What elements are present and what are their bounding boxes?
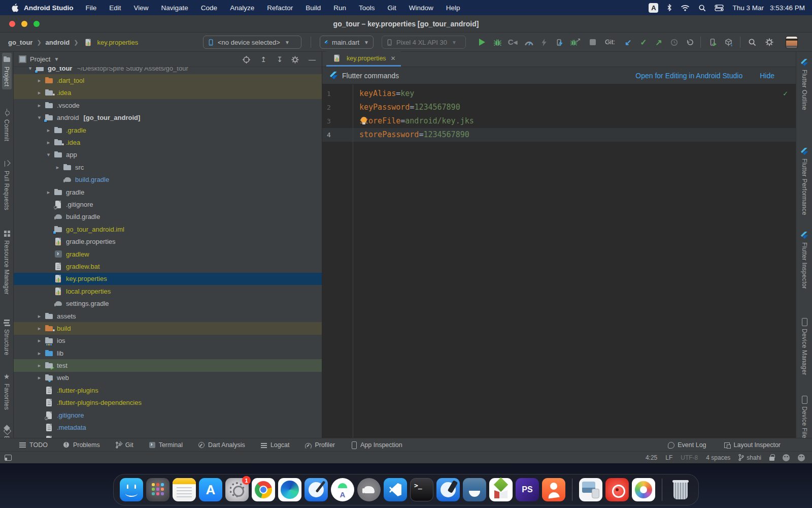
breadcrumb-file[interactable]: key.properties	[83, 39, 139, 46]
lock-icon[interactable]	[769, 457, 774, 461]
close-tab-icon[interactable]: ✕	[391, 55, 396, 62]
androidstudio-dock-icon[interactable]	[331, 478, 354, 501]
breadcrumb-project[interactable]: go_tour	[8, 39, 32, 46]
tree-row-assets[interactable]: ▸assets	[14, 310, 322, 322]
cube-dock-icon[interactable]	[489, 478, 513, 501]
hide-banner-link[interactable]: Hide	[760, 72, 774, 80]
expand-all-button[interactable]: ↥	[259, 55, 268, 64]
git-push-button[interactable]: ↗	[653, 37, 665, 48]
toolwindow-button-event-log[interactable]: Event Log	[667, 441, 706, 449]
photoshop-dock-icon[interactable]	[516, 478, 539, 501]
toolwindow-button-project[interactable]: Project	[2, 53, 12, 89]
menu-item-edit[interactable]: Edit	[109, 4, 121, 12]
launchpad-dock-icon[interactable]	[146, 478, 170, 501]
line-ending[interactable]: LF	[665, 454, 672, 461]
toolwindow-button-git[interactable]: Git	[115, 441, 133, 449]
toolwindow-button-dart-analysis[interactable]: Dart Analysis	[198, 441, 245, 449]
toolwindow-button-device-file-explor[interactable]: Device File Explor	[799, 393, 809, 438]
tab-key-properties[interactable]: key.properties ✕	[326, 51, 401, 67]
preview-dock-icon[interactable]	[579, 478, 602, 501]
tree-row-.flutter-plugins[interactable]: .flutter-plugins	[14, 384, 322, 396]
chevron-right-icon[interactable]: ▸	[35, 362, 44, 369]
tree-row-ios[interactable]: ▸ios	[14, 335, 322, 347]
menu-app-name[interactable]: Android Studio	[24, 4, 73, 12]
tree-row-build.gradle[interactable]: build.gradle	[14, 211, 322, 223]
debug-button[interactable]	[491, 37, 503, 48]
toolwindow-button-logcat[interactable]: Logcat	[260, 441, 290, 449]
git-history-button[interactable]	[668, 37, 680, 48]
hot-reload-button[interactable]	[553, 37, 565, 48]
xcodetools-dock-icon[interactable]	[436, 478, 460, 501]
input-source-indicator[interactable]: A	[649, 3, 658, 13]
toolwindow-button-pull-requests[interactable]: Pull Requests	[2, 157, 12, 213]
toolwindow-button-commit[interactable]: Commit	[2, 106, 12, 144]
tree-row-android[interactable]: ▾android[go_tour_android]	[14, 112, 322, 124]
tree-row-.gitignore[interactable]: .gitignore	[14, 198, 322, 210]
postman-dock-icon[interactable]	[542, 478, 565, 501]
toolwindow-button-app-inspection[interactable]: App Inspection	[350, 441, 402, 449]
terminal-dock-icon[interactable]	[410, 478, 433, 501]
chevron-right-icon[interactable]: ▸	[53, 164, 62, 171]
menu-item-help[interactable]: Help	[446, 4, 460, 12]
toolwindow-toggle-icon[interactable]	[5, 455, 12, 461]
chevron-right-icon[interactable]: ▸	[44, 189, 53, 196]
menu-item-window[interactable]: Window	[409, 4, 433, 12]
tree-row-app[interactable]: ▾app	[14, 149, 322, 161]
tree-row-partial[interactable]	[14, 434, 322, 438]
file-encoding[interactable]: UTF-8	[681, 454, 698, 461]
toolwindow-button-terminal[interactable]: Terminal	[149, 441, 183, 449]
vscode-dock-icon[interactable]	[384, 478, 407, 501]
tree-row-.flutter-plugins-dependencies[interactable]: .flutter-plugins-dependencies	[14, 397, 322, 409]
tree-row-.vscode[interactable]: ▸.vscode	[14, 99, 322, 111]
appstore-dock-icon[interactable]	[199, 478, 222, 501]
tree-row-.gradle[interactable]: ▸.gradle	[14, 124, 322, 136]
photos-dock-icon[interactable]	[632, 478, 655, 501]
toolwindow-button-resource-manager[interactable]: Resource Manager	[2, 227, 12, 298]
intention-bulb-icon[interactable]	[361, 117, 367, 123]
edge-dock-icon[interactable]	[278, 478, 301, 501]
git-update-button[interactable]: ↙	[622, 37, 634, 48]
tree-row-build[interactable]: ▸*build	[14, 322, 322, 334]
photobooth-dock-icon[interactable]	[605, 478, 629, 501]
toolwindow-button-flutter-performance[interactable]: Flutter Performance	[799, 145, 809, 218]
tree-row-build.gradle[interactable]: build.gradle	[14, 174, 322, 186]
menu-item-file[interactable]: File	[85, 4, 96, 12]
hot-restart-button[interactable]: ↗	[569, 37, 582, 48]
chevron-down-icon[interactable]: ▾	[35, 114, 44, 121]
toolwindow-button-todo[interactable]: TODO	[19, 441, 48, 449]
chevron-right-icon[interactable]: ▸	[44, 139, 53, 146]
toolwindow-button-flutter-inspector[interactable]: Flutter Inspector	[799, 229, 809, 292]
chevron-right-icon[interactable]: ▸	[35, 350, 44, 357]
chevron-down-icon[interactable]: ▾	[26, 67, 35, 72]
menu-item-tools[interactable]: Tools	[359, 4, 375, 12]
device-manager-button[interactable]	[706, 37, 719, 48]
breadcrumb-module[interactable]: android	[46, 39, 70, 46]
device-selector-dropdown[interactable]: <no device selected>▼	[203, 36, 301, 49]
tree-row-gradle.properties[interactable]: gradle.properties	[14, 235, 322, 247]
spotlight-search-icon[interactable]	[698, 4, 706, 12]
menu-item-analyze[interactable]: Analyze	[230, 4, 254, 12]
toolwindow-button-device-manager[interactable]: Device Manager	[799, 315, 809, 378]
gradle-dock-icon[interactable]	[357, 478, 381, 501]
chevron-right-icon[interactable]: ▸	[35, 89, 44, 96]
mirror-dock-icon[interactable]	[463, 478, 486, 501]
menu-item-navigate[interactable]: Navigate	[161, 4, 188, 12]
toolwindow-button-profiler[interactable]: Profiler	[304, 441, 335, 449]
tree-row-.metadata[interactable]: .metadata	[14, 421, 322, 433]
hide-panel-button[interactable]: —	[308, 55, 317, 64]
code-line-1[interactable]: 1keyAlias=key	[322, 87, 796, 101]
tree-row-.gitignore[interactable]: .gitignore	[14, 409, 322, 421]
tree-row-.idea[interactable]: ▸*.idea	[14, 136, 322, 148]
stop-button[interactable]	[587, 37, 599, 48]
panel-settings-button[interactable]	[291, 56, 300, 64]
chevron-right-icon[interactable]: ▸	[44, 127, 53, 134]
tree-row-.idea[interactable]: ▸*.idea	[14, 87, 322, 99]
tree-row-test[interactable]: ▸test	[14, 359, 322, 371]
code-line-2[interactable]: 2keyPassword=1234567890	[322, 101, 796, 114]
tree-row-go_tour[interactable]: ▾go_tour~/Desktop/Spire Study Assets/go_…	[14, 67, 322, 74]
finder-dock-icon[interactable]	[120, 478, 143, 501]
chevron-down-icon[interactable]: ▼	[54, 56, 59, 62]
chrome-dock-icon[interactable]	[252, 478, 275, 501]
bluetooth-icon[interactable]	[667, 4, 672, 12]
git-rollback-button[interactable]	[683, 37, 695, 48]
